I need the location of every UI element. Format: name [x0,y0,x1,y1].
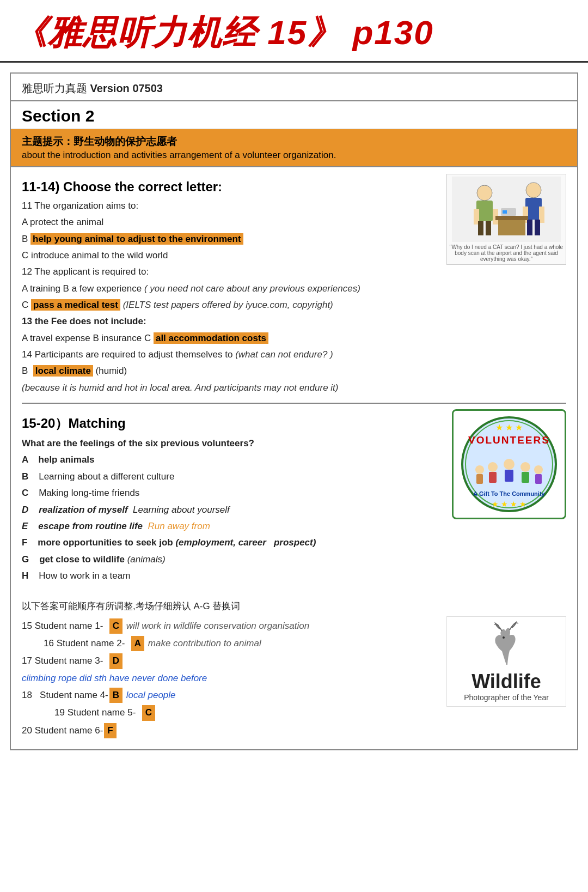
svg-rect-17 [453,235,560,241]
svg-point-24 [488,462,498,472]
q13-options: A travel expense B insurance C all accom… [22,331,440,345]
q14-b: B local climate (humid) [22,364,440,378]
svg-text:★ ★ ★: ★ ★ ★ [495,423,523,432]
match-H: H How to work in a team [22,569,445,583]
q11-14-content: 11-14) Choose the correct letter: 11 The… [22,174,440,397]
cartoon-caption: "Why do I need a CAT scan? I just had a … [449,244,564,262]
svg-point-28 [475,465,484,474]
wildlife-logo-box: Wildlife Photographer of the Year [446,616,566,707]
answer-15: 15 Student name 1- C will work in wildli… [22,618,440,634]
svg-point-7 [477,185,492,201]
volunteers-circle: ★ ★ ★ VOLUNTEERS [460,415,558,513]
match-C: C Making long-time friends [22,486,445,500]
q12-c-highlight: pass a medical test [31,299,120,311]
wildlife-sub-text: Photographer of the Year [464,693,549,702]
svg-rect-27 [522,472,529,483]
svg-rect-23 [505,470,513,482]
cartoon-box: "Why do I need a CAT scan? I just had a … [446,174,566,265]
answer-17: 17 Student name 3- D [22,653,440,669]
answer-19: 19 Student name 5- C [22,705,440,720]
svg-point-26 [520,462,530,472]
title-bar: 《雅思听力机经 15》 p130 [0,0,588,63]
q12-stem: 12 The applicant is required to: [22,265,440,279]
match-A: A help animals [22,453,445,467]
wildlife-text: Wildlife [471,670,541,693]
match-G: G get close to wildlife (animals) [22,553,445,567]
q11-c: C introduce animal to the wild world [22,248,440,263]
wildlife-svg [479,621,534,670]
section-divider-1 [22,403,566,404]
version-header: 雅思听力真题 Version 07503 [11,74,577,101]
page-title: 《雅思听力机经 15》 p130 [13,10,575,56]
badge-19: C [142,705,155,720]
answer-18: 18 Student name 4-B local people [22,688,440,703]
topic-box: 主题提示：野生动物的保护志愿者 about the introduction a… [11,129,577,167]
q12-c-prefix: C [22,300,31,310]
q11-14-area: 11-14) Choose the correct letter: 11 The… [11,167,577,592]
q15-20-title: 15-20）Matching [22,415,445,432]
match-F: F more opportunities to seek job (employ… [22,536,445,550]
cartoon-svg [452,177,561,242]
q14-stem-note: (what can not endure? ) [235,349,333,360]
local-people: local people [126,690,176,700]
match-E: E escape from routine life Run away from [22,519,445,533]
svg-rect-25 [489,472,497,483]
answer-16: 16 Student name 2- A make contribution t… [22,636,440,651]
svg-point-1 [526,183,541,198]
q11-a: A protect the animal [22,215,440,229]
q12-ab: A training B a few experience ( you need… [22,282,440,296]
section-title: Section 2 [22,107,566,125]
q12-a-text: A training B a few experience [22,283,142,294]
version-text: 雅思听力真题 Version 07503 [22,81,566,96]
answers-section: 以下答案可能顺序有所调整,考场仔细辨认 A-G 替换词 15 Student n… [11,592,577,749]
answer-rows: 15 Student name 1- C will work in wildli… [22,616,440,741]
q14-stem-text: 14 Participants are required to adjust t… [22,349,232,360]
badge-16: A [131,636,144,651]
topic-english: about the introduction and activities ar… [22,150,566,161]
svg-rect-13 [495,216,528,220]
q11-stem: 11 The organization aims to: [22,199,440,213]
q15-20-row: 15-20）Matching What are the feelings of … [22,409,566,585]
q11-b-prefix: B [22,234,30,244]
answers-with-logo: 15 Student name 1- C will work in wildli… [22,616,566,741]
svg-text:A Gift To The Community: A Gift To The Community [473,490,545,497]
topic-chinese: 主题提示：野生动物的保护志愿者 [22,135,566,149]
note-line: 以下答案可能顺序有所调整,考场仔细辨认 A-G 替换词 [22,599,566,614]
match-B: B Learning about a different culture [22,470,445,484]
q12-a-note: ( you need not care about any previous e… [144,283,360,294]
q14-b-note: (humid) [96,366,127,376]
version-code: Version 07503 [90,82,163,94]
svg-rect-31 [535,474,542,484]
answer-20: 20 Student name 6-F [22,723,440,738]
matching-question: What are the feelings of the six previou… [22,436,445,451]
version-label: 雅思听力真题 [22,82,87,94]
main-content: 雅思听力真题 Version 07503 Section 2 主题提示：野生动物… [10,72,578,750]
q13-c-highlight: all accommodation costs [154,332,268,344]
svg-point-30 [534,465,543,474]
q12-c-note: (IELTS test papers offered by iyuce.com,… [123,300,333,310]
q14-note: (because it is humid and hot in local ar… [22,381,440,395]
badge-17: D [109,653,122,669]
match-D: D realization of myself Learning about y… [22,503,445,517]
q11-b-highlight: help young animal to adjust to the envir… [30,233,243,245]
climbing-note: climbing rope did sth have never done be… [22,671,440,685]
badge-15: C [109,618,122,634]
q13-text: A travel expense B insurance C [22,333,154,343]
svg-text:VOLUNTEERS: VOLUNTEERS [468,434,550,446]
volunteers-svg: ★ ★ ★ VOLUNTEERS [460,415,558,513]
q13-stem: 13 the Fee does not include: [22,314,440,329]
q11-b: B help young animal to adjust to the env… [22,232,440,246]
badge-18: B [109,688,122,703]
svg-point-35 [503,636,505,639]
q13-stem-bold: 13 the Fee does not include: [22,316,146,326]
badge-20: F [104,723,116,738]
svg-point-22 [504,459,514,470]
section-header: Section 2 [11,101,577,129]
q11-14-with-image: 11-14) Choose the correct letter: 11 The… [22,174,566,397]
svg-text:★ ★ ★ ★: ★ ★ ★ ★ [492,500,526,508]
q14-stem: 14 Participants are required to adjust t… [22,348,440,362]
q14-b-highlight: local climate [33,365,93,377]
svg-rect-29 [476,474,483,484]
q12-c: C pass a medical test (IELTS test papers… [22,298,440,312]
q11-14-title: 11-14) Choose the correct letter: [22,179,440,195]
